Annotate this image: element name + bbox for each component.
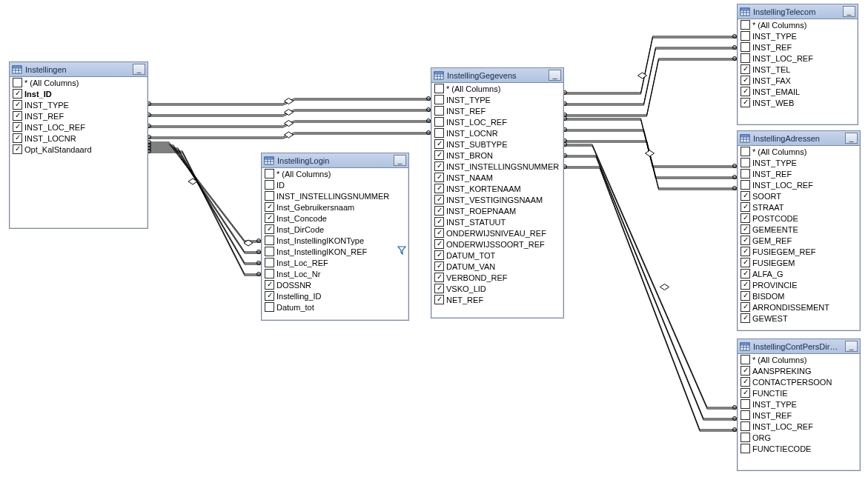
- column-row[interactable]: * (All Columns): [10, 77, 148, 88]
- table-instelling_gegevens[interactable]: InstellingGegevens_* (All Columns)INST_T…: [431, 67, 564, 318]
- column-checkbox[interactable]: [741, 269, 750, 278]
- minimize-button[interactable]: _: [549, 70, 561, 81]
- column-checkbox[interactable]: [741, 258, 750, 267]
- table-titlebar[interactable]: InstellingTelecom_: [738, 4, 858, 19]
- column-row[interactable]: VERBOND_REF: [431, 272, 563, 283]
- column-row[interactable]: Inst_DirCode: [262, 224, 408, 235]
- column-checkbox[interactable]: [434, 95, 444, 104]
- column-checkbox[interactable]: [741, 280, 750, 290]
- column-row[interactable]: Inst_Concode: [262, 213, 408, 224]
- column-checkbox[interactable]: [434, 84, 444, 93]
- table-instelling_login[interactable]: InstellingLogin_* (All Columns)IDINST_IN…: [261, 153, 409, 321]
- column-checkbox[interactable]: [741, 64, 750, 74]
- column-row[interactable]: ORG: [738, 432, 860, 443]
- column-row[interactable]: VSKO_LID: [431, 283, 563, 294]
- column-checkbox[interactable]: [741, 180, 750, 190]
- column-row[interactable]: Opt_KalStandaard: [10, 144, 148, 155]
- column-row[interactable]: INST_REF: [431, 105, 563, 116]
- column-checkbox[interactable]: [741, 410, 750, 420]
- column-checkbox[interactable]: [741, 53, 750, 63]
- column-row[interactable]: POSTCODE: [738, 213, 860, 224]
- column-checkbox[interactable]: [434, 228, 444, 238]
- column-row[interactable]: SOORT: [738, 190, 860, 201]
- table-instelling_contpersdir[interactable]: InstellingContPersDir…_* (All Columns)AA…: [737, 338, 861, 471]
- column-checkbox[interactable]: [434, 250, 444, 260]
- column-row[interactable]: INST_TYPE: [738, 398, 860, 410]
- column-row[interactable]: INST_INSTELLINGSNUMMER: [262, 190, 408, 201]
- column-row[interactable]: Inst_InstellingIKONType: [262, 235, 408, 246]
- column-checkbox[interactable]: [13, 100, 22, 110]
- column-checkbox[interactable]: [741, 236, 750, 245]
- column-row[interactable]: AANSPREKING: [738, 365, 860, 376]
- column-row[interactable]: INST_LOC_REF: [738, 179, 860, 190]
- column-row[interactable]: INST_NAAM: [431, 172, 563, 183]
- column-checkbox[interactable]: [741, 247, 750, 256]
- column-row[interactable]: Inst_Gebruikersnaam: [262, 201, 408, 213]
- column-checkbox[interactable]: [741, 224, 750, 234]
- column-checkbox[interactable]: [434, 139, 444, 149]
- column-checkbox[interactable]: [265, 247, 274, 256]
- column-checkbox[interactable]: [265, 169, 274, 179]
- column-checkbox[interactable]: [434, 295, 444, 304]
- table-titlebar[interactable]: InstellingContPersDir…_: [738, 339, 860, 354]
- column-row[interactable]: INST_LOCNR: [431, 127, 563, 139]
- column-row[interactable]: INST_TEL: [738, 64, 858, 75]
- column-row[interactable]: INST_REF: [738, 41, 858, 53]
- column-checkbox[interactable]: [434, 239, 444, 249]
- column-row[interactable]: FUSIEGEM: [738, 257, 860, 268]
- minimize-button[interactable]: _: [133, 64, 145, 75]
- column-row[interactable]: * (All Columns): [738, 146, 860, 157]
- column-row[interactable]: DATUM_TOT: [431, 250, 563, 261]
- column-row[interactable]: INST_WEB: [738, 97, 858, 108]
- column-row[interactable]: INST_FAX: [738, 75, 858, 86]
- column-checkbox[interactable]: [434, 195, 444, 204]
- column-row[interactable]: ONDERWIJSNIVEAU_REF: [431, 227, 563, 238]
- column-row[interactable]: STRAAT: [738, 201, 860, 213]
- column-row[interactable]: INST_LOCNR: [10, 133, 148, 144]
- table-instellingen[interactable]: Instellingen_* (All Columns)Inst_IDINST_…: [9, 61, 148, 229]
- column-row[interactable]: INST_VESTIGINGSNAAM: [431, 194, 563, 205]
- column-row[interactable]: INST_LOC_REF: [431, 116, 563, 127]
- column-checkbox[interactable]: [741, 355, 750, 364]
- column-checkbox[interactable]: [741, 213, 750, 223]
- column-checkbox[interactable]: [265, 202, 274, 212]
- minimize-button[interactable]: _: [845, 341, 858, 352]
- column-row[interactable]: INST_EMAIL: [738, 86, 858, 97]
- column-checkbox[interactable]: [741, 399, 750, 409]
- column-row[interactable]: ONDERWIJSSOORT_REF: [431, 238, 563, 250]
- column-checkbox[interactable]: [741, 158, 750, 167]
- column-checkbox[interactable]: [13, 111, 22, 121]
- column-checkbox[interactable]: [434, 161, 444, 171]
- minimize-button[interactable]: _: [843, 6, 855, 17]
- column-checkbox[interactable]: [434, 128, 444, 138]
- table-titlebar[interactable]: InstellingGegevens_: [431, 68, 563, 83]
- column-checkbox[interactable]: [741, 76, 750, 85]
- column-row[interactable]: Inst_ID: [10, 88, 148, 99]
- column-row[interactable]: * (All Columns): [431, 83, 563, 94]
- column-row[interactable]: Instelling_ID: [262, 290, 408, 301]
- column-row[interactable]: BISDOM: [738, 290, 860, 301]
- column-row[interactable]: INST_TYPE: [431, 94, 563, 105]
- column-checkbox[interactable]: [741, 444, 750, 453]
- column-checkbox[interactable]: [741, 291, 750, 301]
- column-row[interactable]: CONTACTPERSOON: [738, 376, 860, 387]
- column-checkbox[interactable]: [434, 206, 444, 216]
- column-row[interactable]: Inst_InstellingIKON_REF: [262, 246, 408, 257]
- column-row[interactable]: INST_REF: [738, 410, 860, 421]
- column-checkbox[interactable]: [434, 217, 444, 227]
- column-checkbox[interactable]: [741, 191, 750, 201]
- column-row[interactable]: INST_TYPE: [738, 157, 860, 168]
- column-row[interactable]: * (All Columns): [262, 168, 408, 179]
- column-checkbox[interactable]: [741, 366, 750, 376]
- column-checkbox[interactable]: [265, 280, 274, 290]
- column-row[interactable]: INST_SUBTYPE: [431, 139, 563, 150]
- column-row[interactable]: INST_ROEPNAAM: [431, 205, 563, 216]
- column-checkbox[interactable]: [13, 89, 22, 99]
- column-row[interactable]: ALFA_G: [738, 268, 860, 279]
- column-checkbox[interactable]: [265, 269, 274, 278]
- column-row[interactable]: INST_STATUUT: [431, 216, 563, 227]
- column-row[interactable]: * (All Columns): [738, 19, 858, 30]
- table-titlebar[interactable]: Instellingen_: [10, 62, 148, 77]
- column-checkbox[interactable]: [434, 261, 444, 271]
- table-instelling_adressen[interactable]: InstellingAdressen_* (All Columns)INST_T…: [737, 130, 861, 331]
